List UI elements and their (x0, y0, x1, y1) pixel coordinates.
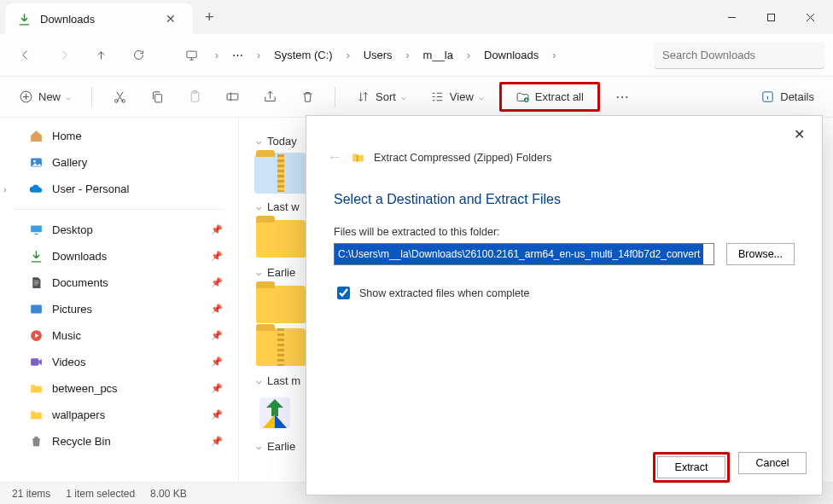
sidebar-item-label: wallpapers (52, 408, 105, 421)
details-button[interactable]: Details (752, 84, 823, 109)
breadcrumb-downloads[interactable]: Downloads (477, 45, 545, 65)
pin-icon: 📌 (211, 409, 223, 420)
separator (14, 209, 224, 210)
pin-icon: 📌 (211, 251, 223, 262)
dialog-footer: Extract Cancel (306, 440, 822, 495)
toolbar: New ⌵ Sort ⌵ View ⌵ Extract all ⋯ Detail… (0, 77, 833, 118)
file-installer[interactable] (256, 394, 294, 432)
breadcrumb-overflow[interactable]: ⋯ (225, 45, 250, 65)
path-row: C:\Users\m__la\Downloads\26100.2161_arm6… (334, 243, 795, 265)
sidebar-item-label: Home (52, 130, 82, 142)
sidebar-item-pictures[interactable]: Pictures 📌 (0, 296, 238, 322)
chevron-down-icon: ⌵ (479, 92, 484, 101)
documents-icon (29, 275, 44, 290)
up-button[interactable] (84, 40, 118, 71)
status-size: 8.00 KB (150, 488, 187, 500)
chevron-right-icon: › (212, 49, 222, 61)
window-tab[interactable]: Downloads ✕ (5, 3, 193, 34)
file-zip-selected[interactable] (256, 154, 306, 192)
sidebar-item-recycle-bin[interactable]: Recycle Bin 📌 (0, 428, 238, 455)
chevron-down-icon: ⌵ (401, 92, 406, 101)
show-extracted-checkbox-row[interactable]: Show extracted files when complete (334, 284, 795, 302)
cloud-icon (29, 182, 44, 196)
destination-path-value: C:\Users\m__la\Downloads\26100.2161_arm6… (335, 244, 703, 264)
forward-button[interactable] (46, 40, 80, 71)
pin-icon: 📌 (211, 224, 223, 235)
status-item-count: 21 items (12, 488, 50, 500)
sidebar-item-videos[interactable]: Videos 📌 (0, 349, 238, 375)
window-controls (712, 0, 830, 34)
chevron-right-icon: › (3, 184, 7, 194)
svg-rect-14 (31, 305, 42, 314)
file-folder[interactable] (256, 286, 306, 323)
chevron-down-icon: ⌵ (256, 201, 262, 212)
separator (91, 87, 92, 107)
pin-icon: 📌 (211, 436, 223, 447)
extract-button[interactable]: Extract (657, 456, 725, 478)
breadcrumb-system[interactable]: System (C:) (267, 45, 340, 65)
sidebar-item-desktop[interactable]: Desktop 📌 (0, 217, 238, 243)
search-input[interactable] (654, 42, 824, 69)
close-button[interactable] (790, 0, 830, 34)
file-zip[interactable] (256, 328, 306, 366)
minimize-button[interactable] (712, 0, 751, 34)
dialog-close-button[interactable]: ✕ (785, 121, 813, 148)
sidebar-item-music[interactable]: Music 📌 (0, 322, 238, 349)
chevron-down-icon: ⌵ (256, 441, 262, 452)
delete-button[interactable] (292, 84, 323, 109)
recycle-bin-icon (29, 434, 44, 449)
dialog-body: Select a Destination and Extract Files F… (306, 171, 822, 440)
paste-button[interactable] (179, 84, 210, 109)
zip-folder-icon (351, 150, 365, 165)
breadcrumb-user[interactable]: m__la (416, 45, 460, 65)
refresh-button[interactable] (121, 40, 155, 71)
sidebar-item-downloads[interactable]: Downloads 📌 (0, 243, 238, 269)
svg-rect-13 (31, 226, 42, 233)
chevron-right-icon: › (253, 49, 264, 61)
extract-all-button[interactable]: Extract all (499, 82, 600, 112)
chevron-right-icon: › (463, 49, 474, 61)
sidebar-item-documents[interactable]: Documents 📌 (0, 269, 238, 296)
extract-all-label: Extract all (535, 90, 584, 103)
dialog-title: Extract Compressed (Zipped) Folders (374, 152, 551, 164)
sidebar-item-label: User - Personal (52, 182, 129, 195)
chevron-down-icon: ⌵ (256, 375, 262, 386)
copy-button[interactable] (142, 84, 172, 109)
more-button[interactable]: ⋯ (607, 84, 638, 110)
sidebar-item-label: Videos (52, 356, 86, 368)
gallery-icon (29, 155, 44, 170)
browse-button[interactable]: Browse... (726, 243, 795, 265)
breadcrumb-users[interactable]: Users (357, 45, 399, 65)
destination-path-input[interactable]: C:\Users\m__la\Downloads\26100.2161_arm6… (334, 243, 714, 265)
sidebar-item-label: Recycle Bin (52, 435, 111, 448)
sidebar-item-label: Downloads (52, 250, 107, 263)
sidebar-item-label: Pictures (52, 303, 92, 316)
back-button[interactable] (9, 40, 43, 71)
sidebar-item-user-personal[interactable]: › User - Personal (0, 176, 238, 202)
sidebar-item-gallery[interactable]: Gallery (0, 149, 238, 176)
cut-button[interactable] (104, 84, 135, 109)
title-bar: Downloads ✕ + (0, 0, 833, 34)
videos-icon (29, 355, 44, 369)
sidebar-item-home[interactable]: Home (0, 123, 238, 149)
pc-icon[interactable] (174, 40, 208, 71)
sidebar-item-wallpapers[interactable]: wallpapers 📌 (0, 402, 238, 428)
maximize-button[interactable] (751, 0, 790, 34)
pin-icon: 📌 (211, 304, 223, 315)
show-extracted-checkbox[interactable] (337, 287, 350, 299)
pin-icon: 📌 (211, 356, 223, 368)
rename-button[interactable] (217, 84, 248, 109)
chevron-down-icon: ⌵ (256, 136, 262, 147)
share-button[interactable] (254, 84, 285, 109)
dialog-back-button[interactable]: ← (327, 148, 342, 166)
show-extracted-label: Show extracted files when complete (359, 287, 529, 299)
tab-close-icon[interactable]: ✕ (160, 10, 181, 27)
file-folder[interactable] (256, 220, 306, 258)
dialog-folder-label: Files will be extracted to this folder: (334, 226, 795, 238)
sort-button[interactable]: Sort ⌵ (347, 84, 415, 109)
view-button[interactable]: View ⌵ (422, 84, 492, 109)
cancel-button[interactable]: Cancel (738, 452, 807, 474)
new-tab-button[interactable]: + (193, 9, 226, 26)
new-button[interactable]: New ⌵ (10, 84, 79, 109)
sidebar-item-between-pcs[interactable]: between_pcs 📌 (0, 375, 238, 402)
